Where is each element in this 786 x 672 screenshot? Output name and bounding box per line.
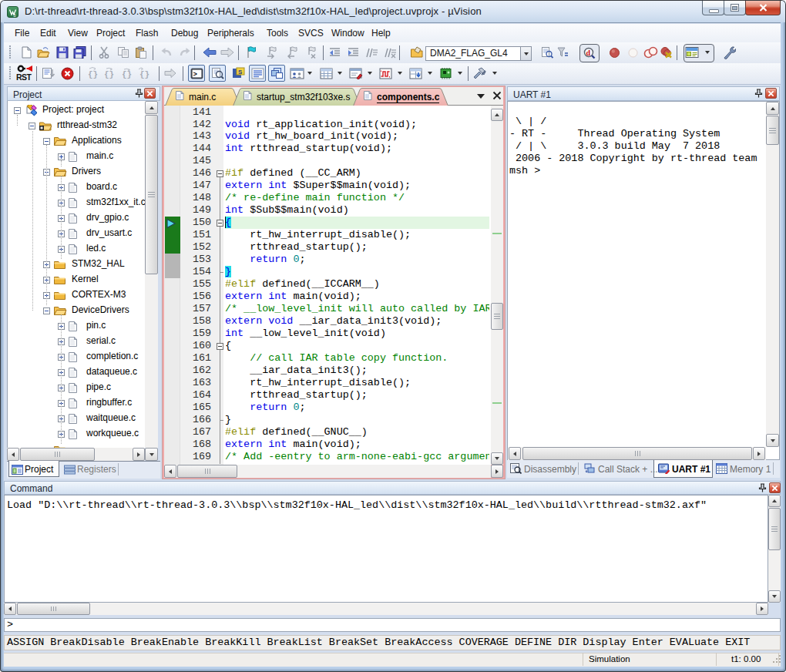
svg-text:RST: RST <box>16 72 32 82</box>
svg-text:{}: {} <box>104 70 114 79</box>
svg-text:5: 5 <box>13 13 16 18</box>
svg-text:{}: {} <box>139 70 149 79</box>
svg-text:S: S <box>238 69 243 76</box>
svg-text:>: > <box>193 71 196 79</box>
svg-text:{}: {} <box>122 70 132 79</box>
svg-text:d: d <box>586 49 591 57</box>
svg-text:{}: {} <box>88 70 98 79</box>
